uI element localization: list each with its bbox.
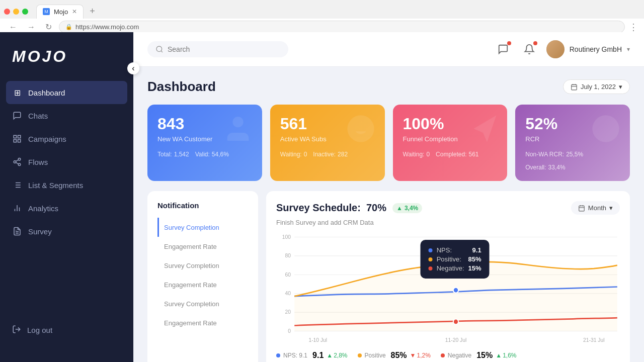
search-icon xyxy=(155,45,164,53)
chart-title-label: Survey Schedule: xyxy=(276,202,361,213)
nps-dot xyxy=(429,248,433,252)
browser-tabs: M Mojo ✕ + xyxy=(0,0,644,19)
legend-negative: Negative 15% ▲ 1,6% xyxy=(441,351,517,360)
tooltip-nps-value: 9.1 xyxy=(472,246,481,254)
tab-close-icon[interactable]: ✕ xyxy=(72,8,77,15)
logout-button[interactable]: Log out xyxy=(0,318,133,342)
notif-item-2[interactable]: Survey Completion xyxy=(157,256,248,275)
analytics-icon xyxy=(12,203,22,213)
sidebar-item-analytics[interactable]: Analytics xyxy=(0,197,133,220)
date-picker[interactable]: July 1, 2022 ▾ xyxy=(563,79,630,94)
stat-footer-rcr: Non-WA RCR: 25,5% Overall: 33,4% xyxy=(525,151,620,171)
svg-line-22 xyxy=(161,51,163,52)
survey-icon xyxy=(12,226,22,236)
user-name: Routinery GmbH xyxy=(570,45,622,53)
bell-icon xyxy=(524,44,535,55)
more-button[interactable]: ⋮ xyxy=(629,22,638,33)
notif-item-3[interactable]: Engagement Rate xyxy=(157,275,248,294)
sidebar: MOJO ⊞ Dashboard Chats Campaigns xyxy=(0,32,133,362)
tooltip-nps-label: NPS: xyxy=(437,246,468,254)
sidebar-collapse-button[interactable]: ‹ xyxy=(127,62,139,74)
bottom-section: Notification Survey Completion Engagemen… xyxy=(147,191,630,362)
sidebar-item-survey[interactable]: Survey xyxy=(0,220,133,243)
legend-nps-label: NPS: 9.1 xyxy=(283,352,307,359)
tab-favicon: M xyxy=(43,8,50,15)
notification-panel: Notification Survey Completion Engagemen… xyxy=(147,191,258,362)
notif-item-0[interactable]: Survey Completion xyxy=(157,218,248,237)
back-button[interactable]: ← xyxy=(6,22,20,33)
tab-title: Mojo xyxy=(54,8,68,16)
search-input[interactable] xyxy=(168,45,268,53)
close-button[interactable] xyxy=(4,9,10,15)
notif-label-2: Survey Completion xyxy=(164,262,219,269)
month-label: Month xyxy=(588,204,606,212)
footer-val: 561 xyxy=(468,151,478,158)
sidebar-item-campaigns[interactable]: Campaigns xyxy=(0,127,133,150)
nps-trend-icon: ▲ xyxy=(327,352,333,359)
subs-icon xyxy=(345,113,377,150)
month-chevron-icon: ▾ xyxy=(609,204,613,212)
search-bar[interactable] xyxy=(147,41,288,57)
sidebar-item-list-segments[interactable]: List & Segments xyxy=(0,173,133,197)
chart-header: Survey Schedule: 70% ▲ 3,4% Month ▾ xyxy=(276,201,620,215)
notif-label-1: Engagement Rate xyxy=(164,243,217,250)
svg-text:60: 60 xyxy=(285,271,291,277)
tooltip-negative-row: Negative: 15% xyxy=(429,264,481,272)
footer-key: Overall: xyxy=(525,164,546,171)
sidebar-item-flows[interactable]: Flows xyxy=(0,150,133,173)
active-tab[interactable]: M Mojo ✕ xyxy=(36,5,84,19)
notif-item-1[interactable]: Engagement Rate xyxy=(157,237,248,256)
footer-val: 54,6% xyxy=(212,151,229,158)
positive-dot xyxy=(429,257,433,261)
refresh-button[interactable]: ↻ xyxy=(42,21,55,33)
legend-positive-change: ▼ 1,2% xyxy=(410,352,431,359)
svg-text:0: 0 xyxy=(288,327,291,333)
chart-area: NPS: 9.1 Positive: 85% Negative: xyxy=(276,234,620,345)
sidebar-item-label: Analytics xyxy=(28,204,58,213)
notif-item-5[interactable]: Engagement Rate xyxy=(157,313,248,332)
notif-label-3: Engagement Rate xyxy=(164,281,217,289)
negative-dot xyxy=(429,266,433,270)
tooltip-negative-value: 15% xyxy=(468,264,481,272)
stat-label-rcr: RCR xyxy=(525,135,620,143)
dashboard-area: Dashboard July 1, 2022 ▾ 843 New WA Cust… xyxy=(133,67,644,362)
notifications-icon-btn[interactable] xyxy=(494,40,512,58)
svg-point-6 xyxy=(18,163,21,166)
bell-icon-btn[interactable] xyxy=(520,40,538,58)
url-text: https://www.mojo.com xyxy=(75,23,139,31)
footer-val: 0 xyxy=(304,151,307,158)
chart-subtitle: Finish Survey and add CRM Data xyxy=(276,219,620,226)
footer-key: Inactive: xyxy=(313,151,336,158)
stat-card-active-subs: 561 Active WA Subs Waiting: 0 Inactive: … xyxy=(270,105,385,181)
sidebar-item-label: Survey xyxy=(28,227,52,236)
minimize-button[interactable] xyxy=(13,9,19,15)
sidebar-item-dashboard[interactable]: ⊞ Dashboard xyxy=(6,81,127,104)
sidebar-item-chats[interactable]: Chats xyxy=(0,104,133,127)
avatar-image xyxy=(546,40,565,58)
legend-positive-value: 85% xyxy=(391,351,407,360)
date-chevron-icon: ▾ xyxy=(619,83,622,90)
flows-icon xyxy=(12,157,22,167)
sidebar-item-label: Campaigns xyxy=(28,135,66,143)
app-container: MOJO ⊞ Dashboard Chats Campaigns xyxy=(0,32,644,362)
maximize-button[interactable] xyxy=(22,9,28,15)
notif-item-4[interactable]: Survey Completion xyxy=(157,294,248,313)
month-selector[interactable]: Month ▾ xyxy=(571,201,620,215)
main-content: Routinery GmbH ▾ Dashboard July 1, 2022 … xyxy=(133,32,644,362)
svg-text:80: 80 xyxy=(285,252,291,258)
calendar-icon xyxy=(571,83,578,90)
address-bar[interactable]: 🔒 https://www.mojo.com xyxy=(59,21,625,33)
svg-rect-34 xyxy=(579,206,585,211)
svg-point-50 xyxy=(453,288,458,293)
footer-val: 1,542 xyxy=(174,151,189,158)
new-tab-button[interactable]: + xyxy=(86,4,99,19)
legend-nps-value: 9.1 xyxy=(312,351,324,360)
chart-badge-value: 3,4% xyxy=(405,205,418,212)
legend-positive-label: Positive xyxy=(365,352,386,359)
legend-nps-change: ▲ 2,8% xyxy=(327,352,347,359)
user-profile[interactable]: Routinery GmbH ▾ xyxy=(546,40,630,58)
forward-button[interactable]: → xyxy=(24,22,38,33)
legend-negative-value: 15% xyxy=(476,351,493,360)
chart-legend: NPS: 9.1 9.1 ▲ 2,8% Positive 85% ▼ 1,2% xyxy=(276,345,620,360)
stat-cards: 843 New WA Customer Total: 1,542 Valid: … xyxy=(147,105,630,181)
